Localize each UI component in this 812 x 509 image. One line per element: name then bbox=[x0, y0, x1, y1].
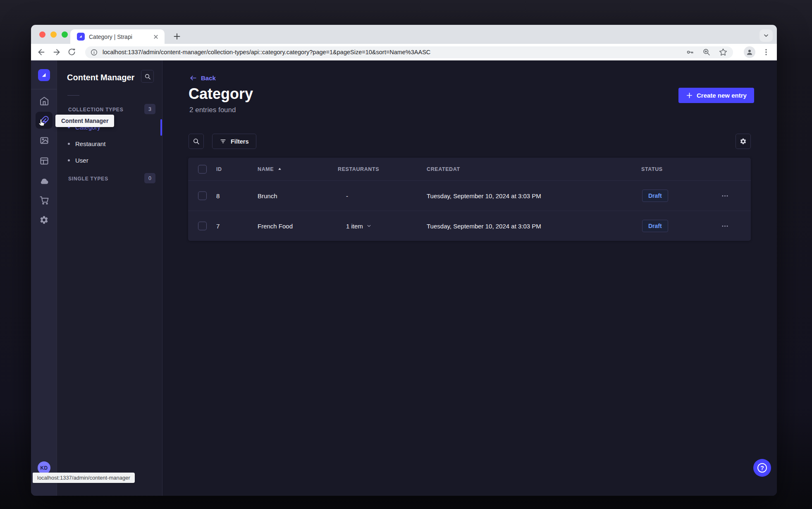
subnav-title: Content Manager bbox=[67, 73, 134, 82]
strapi-admin-app: KD Content Manager COLLECTION TYPES 3 Ca… bbox=[31, 60, 777, 496]
tab-strip: Category | Strapi bbox=[31, 25, 777, 44]
subnav-item-user[interactable]: User bbox=[68, 153, 88, 168]
page-title: Category bbox=[189, 85, 253, 103]
content-type-builder-icon[interactable] bbox=[36, 152, 53, 169]
cell-name: Brunch bbox=[258, 192, 277, 199]
column-header-name[interactable]: NAME bbox=[258, 166, 282, 172]
chevron-down-icon bbox=[366, 223, 372, 229]
traffic-lights bbox=[39, 31, 68, 38]
help-button[interactable]: ? bbox=[753, 459, 771, 477]
back-navigation-icon[interactable] bbox=[37, 48, 46, 57]
new-tab-button[interactable] bbox=[172, 31, 182, 42]
column-header-createdat[interactable]: CREATEDAT bbox=[427, 166, 460, 172]
browser-tab[interactable]: Category | Strapi bbox=[70, 29, 165, 44]
forward-navigation-icon[interactable] bbox=[52, 48, 61, 57]
row-checkbox[interactable] bbox=[198, 192, 207, 200]
cell-createdat: Tuesday, September 10, 2024 at 3:03 PM bbox=[427, 192, 541, 199]
bookmark-star-icon[interactable] bbox=[719, 48, 727, 56]
browser-window: Category | Strapi localhost:1337/admin/c… bbox=[31, 25, 777, 496]
cell-name: French Food bbox=[258, 223, 293, 230]
password-key-icon[interactable] bbox=[686, 48, 694, 56]
filter-icon bbox=[220, 138, 227, 145]
mouse-cursor bbox=[37, 118, 47, 128]
column-header-id[interactable]: ID bbox=[216, 166, 222, 172]
status-badge: Draft bbox=[642, 190, 668, 202]
sort-ascending-icon bbox=[277, 166, 282, 172]
tab-title: Category | Strapi bbox=[89, 34, 152, 40]
maximize-window-button[interactable] bbox=[62, 31, 68, 38]
ellipsis-icon bbox=[721, 222, 729, 230]
row-actions-button[interactable] bbox=[719, 220, 731, 232]
bullet-icon bbox=[68, 143, 70, 145]
nav-divider bbox=[31, 89, 57, 89]
main-content: Back Category 2 entries found Create new… bbox=[162, 60, 777, 496]
plus-icon bbox=[686, 92, 693, 99]
create-new-entry-button[interactable]: Create new entry bbox=[678, 88, 754, 103]
cell-id: 8 bbox=[216, 192, 220, 199]
browser-profile-avatar[interactable] bbox=[744, 46, 755, 58]
link-preview-status-bar: localhost:1337/admin/content-manager bbox=[33, 473, 135, 483]
status-badge: Draft bbox=[642, 220, 668, 232]
gear-icon bbox=[740, 138, 747, 145]
search-icon bbox=[193, 138, 200, 145]
reload-icon[interactable] bbox=[67, 48, 76, 57]
question-mark-icon: ? bbox=[757, 463, 767, 473]
subnav-search-button[interactable] bbox=[141, 70, 154, 83]
view-settings-button[interactable] bbox=[736, 134, 751, 149]
table-row[interactable]: 8 Brunch - Tuesday, September 10, 2024 a… bbox=[188, 180, 751, 211]
content-manager-tooltip: Content Manager bbox=[55, 115, 114, 127]
column-header-restaurants[interactable]: RESTAURANTS bbox=[338, 166, 379, 172]
table-row[interactable]: 7 French Food 1 item Tuesday, September … bbox=[188, 211, 751, 241]
entries-count: 2 entries found bbox=[189, 106, 236, 114]
column-header-status[interactable]: STATUS bbox=[641, 166, 663, 172]
single-types-label: SINGLE TYPES bbox=[68, 176, 108, 182]
cell-createdat: Tuesday, September 10, 2024 at 3:03 PM bbox=[427, 223, 541, 230]
collection-types-label: COLLECTION TYPES bbox=[68, 107, 123, 113]
url-bar[interactable]: localhost:1337/admin/content-manager/col… bbox=[85, 46, 733, 58]
select-all-checkbox[interactable] bbox=[198, 165, 207, 173]
active-item-indicator bbox=[160, 119, 162, 136]
browser-menu-icon[interactable] bbox=[762, 48, 770, 56]
back-link[interactable]: Back bbox=[189, 74, 216, 82]
close-tab-icon[interactable] bbox=[152, 33, 160, 41]
arrow-left-icon bbox=[189, 74, 197, 82]
strapi-favicon-icon bbox=[77, 33, 85, 41]
cell-restaurants-expandable[interactable]: 1 item bbox=[346, 223, 372, 230]
close-window-button[interactable] bbox=[39, 31, 45, 38]
filters-button[interactable]: Filters bbox=[212, 134, 256, 149]
browser-toolbar: localhost:1337/admin/content-manager/col… bbox=[31, 44, 777, 60]
tab-search-button[interactable] bbox=[759, 29, 773, 42]
media-library-icon[interactable] bbox=[36, 132, 53, 149]
home-icon[interactable] bbox=[36, 92, 53, 109]
single-types-count-badge: 0 bbox=[144, 173, 155, 183]
page-info-icon[interactable] bbox=[90, 48, 98, 56]
row-checkbox[interactable] bbox=[198, 222, 207, 230]
url-text[interactable]: localhost:1337/admin/content-manager/col… bbox=[103, 49, 681, 55]
subnav-item-restaurant[interactable]: Restaurant bbox=[68, 136, 105, 151]
entries-table: ID NAME RESTAURANTS CREATEDAT STATUS 8 B… bbox=[188, 158, 751, 241]
marketplace-cart-icon[interactable] bbox=[36, 192, 53, 209]
strapi-logo[interactable] bbox=[38, 69, 50, 81]
cloud-deploy-icon[interactable] bbox=[36, 173, 53, 190]
subnav-divider bbox=[67, 95, 79, 96]
zoom-in-icon[interactable] bbox=[702, 48, 711, 56]
table-header-row: ID NAME RESTAURANTS CREATEDAT STATUS bbox=[188, 158, 751, 180]
row-actions-button[interactable] bbox=[719, 190, 731, 202]
settings-gear-icon[interactable] bbox=[36, 211, 53, 228]
bullet-icon bbox=[68, 159, 70, 161]
table-search-button[interactable] bbox=[189, 134, 204, 149]
ellipsis-icon bbox=[721, 192, 729, 200]
minimize-window-button[interactable] bbox=[50, 31, 57, 38]
cell-id: 7 bbox=[216, 223, 220, 230]
collection-types-count-badge: 3 bbox=[144, 104, 155, 114]
cell-restaurants: - bbox=[346, 192, 348, 199]
